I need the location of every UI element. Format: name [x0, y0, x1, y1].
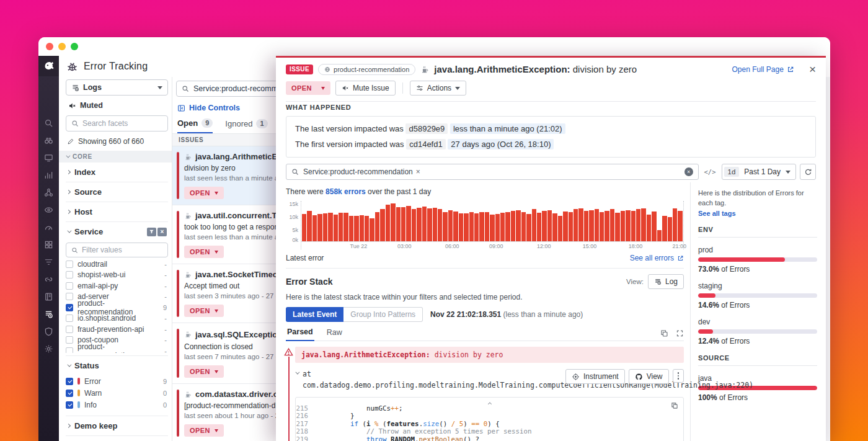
service-filter-values-input[interactable]: Filter values	[66, 243, 168, 257]
frame-location[interactable]: at com.datadog.demo.profiling.modeltrain…	[303, 369, 753, 391]
actions-button[interactable]: Actions	[410, 81, 466, 96]
checkbox[interactable]	[66, 293, 73, 300]
checkbox[interactable]	[66, 304, 73, 311]
close-window-button[interactable]	[46, 43, 53, 50]
zoom-window-button[interactable]	[71, 43, 78, 50]
issue-status-dropdown[interactable]: OPEN	[184, 305, 224, 317]
query-syntax-toggle[interactable]: </>	[704, 168, 716, 176]
open-full-page-link[interactable]: Open Full Page	[732, 65, 794, 74]
issue-status-dropdown[interactable]: OPEN	[184, 187, 224, 199]
view-log-button[interactable]: Log	[648, 274, 684, 289]
service-filter-button[interactable]	[147, 228, 156, 236]
service-option-email-api-py[interactable]: email-api-py-	[66, 280, 168, 292]
expand-icon[interactable]	[676, 329, 684, 337]
settings-icon[interactable]	[44, 344, 53, 354]
x-tick-label: 12:00	[537, 243, 551, 249]
checkbox[interactable]	[66, 314, 73, 322]
facet-index[interactable]: Index	[66, 163, 168, 182]
service-option-shopist-web-ui[interactable]: shopist-web-ui-	[66, 270, 168, 281]
issue-status-dropdown[interactable]: OPEN	[184, 246, 224, 258]
checkbox[interactable]	[66, 282, 73, 290]
latest-event-button[interactable]: Latest Event	[286, 307, 343, 322]
service-option-product-recommendation[interactable]: product-recommendation9	[66, 302, 168, 313]
copy-icon[interactable]	[660, 329, 668, 337]
integrations-icon[interactable]	[44, 275, 53, 284]
service-option-fraud-prevention-api[interactable]: fraud-prevention-api-	[66, 324, 168, 335]
chevron-down-icon[interactable]	[295, 370, 299, 375]
apm-icon[interactable]	[44, 205, 53, 215]
version-hash[interactable]: cd14efd1	[406, 139, 446, 149]
metrics-icon[interactable]	[44, 171, 53, 180]
checkbox[interactable]	[66, 336, 73, 344]
tab-open[interactable]: Open9	[177, 118, 213, 133]
facet-service[interactable]: Service ×	[66, 222, 168, 241]
tag-distribution-staging[interactable]: staging14.6% of Errors	[698, 282, 817, 310]
checkbox[interactable]	[66, 261, 73, 268]
copy-code-icon[interactable]	[671, 402, 678, 409]
modal-search-input[interactable]: Service:product-recommendation× ×	[286, 164, 699, 180]
close-icon[interactable]: ×	[809, 63, 816, 75]
service-option-product-recommendation[interactable]: product-recommendation-	[66, 345, 168, 353]
tab-raw[interactable]: Raw	[326, 328, 343, 341]
tag-distribution-prod[interactable]: prod73.0% of Errors	[698, 246, 817, 274]
infrastructure-icon[interactable]	[44, 240, 53, 249]
minimize-window-button[interactable]	[58, 43, 66, 50]
group-into-patterns-button[interactable]: Group Into Patterns	[343, 307, 423, 322]
view-source-button[interactable]: View	[629, 369, 669, 384]
see-all-errors-link[interactable]: See all errors	[630, 254, 684, 262]
error-count-link[interactable]: 858k errors	[326, 187, 366, 196]
collapse-code-icon[interactable]	[486, 398, 493, 409]
service-clear-filter-button[interactable]: ×	[157, 228, 167, 236]
issue-status-dropdown[interactable]: OPEN	[184, 424, 224, 437]
checkbox[interactable]	[66, 390, 73, 397]
datadog-logo[interactable]	[38, 56, 59, 76]
dashboards-icon[interactable]	[44, 223, 53, 232]
see-all-tags-link[interactable]: See all tags	[698, 210, 817, 217]
facet-group-core[interactable]: CORE	[59, 151, 172, 163]
time-range-select[interactable]: 1d Past 1 Day	[722, 164, 797, 180]
status-option-info[interactable]: Info0	[66, 399, 168, 411]
tag-distribution-dev[interactable]: dev12.4% of Errors	[698, 318, 817, 345]
notebooks-icon[interactable]	[44, 292, 53, 301]
source-select-value: Logs	[83, 83, 154, 92]
facet-demo-keep[interactable]: Demo keep	[66, 416, 168, 436]
security-icon[interactable]	[44, 327, 53, 336]
watchdog-icon[interactable]	[44, 136, 53, 145]
version-hash[interactable]: d58929e9	[405, 123, 448, 134]
issue-status-select[interactable]: OPEN	[286, 81, 330, 95]
frame-more-menu[interactable]	[673, 369, 684, 383]
tab-parsed[interactable]: Parsed	[286, 327, 314, 341]
version-row: The first version impacted was cd14efd1 …	[295, 137, 807, 153]
facet-status[interactable]: Status	[66, 355, 168, 375]
search-facets-input[interactable]: Search facets	[66, 115, 168, 131]
status-option-warn[interactable]: Warn0	[66, 387, 168, 399]
service-tag-pill[interactable]: product-recommendation	[318, 64, 415, 75]
checkbox[interactable]	[66, 326, 73, 333]
status-option-error[interactable]: Error9	[66, 375, 168, 387]
checkbox[interactable]	[66, 347, 73, 353]
tab-ignored[interactable]: Ignored1	[225, 119, 267, 133]
search-icon[interactable]	[44, 118, 53, 128]
logs-icon[interactable]	[44, 310, 53, 319]
muted-toggle[interactable]: Muted	[68, 101, 168, 110]
issue-status-dropdown[interactable]: OPEN	[184, 365, 224, 378]
facet-host[interactable]: Host	[66, 202, 168, 222]
search-filter-chip[interactable]: Service:product-recommendation×	[303, 167, 420, 176]
facet-env[interactable]: Env	[66, 436, 168, 441]
option-count: -	[164, 336, 168, 344]
mute-issue-button[interactable]: Mute Issue	[335, 81, 396, 96]
checkbox[interactable]	[66, 401, 73, 409]
source-select[interactable]: Logs	[66, 79, 168, 96]
clear-search-icon[interactable]: ×	[684, 167, 693, 176]
instrument-button[interactable]: Instrument	[565, 369, 625, 384]
screenboard-icon[interactable]	[44, 153, 53, 163]
remove-filter-icon[interactable]: ×	[416, 167, 420, 176]
checkbox[interactable]	[66, 271, 73, 278]
chart-plot-area[interactable]: Tue 2203:0006:0009:0012:0015:0018:0021:0…	[301, 201, 684, 249]
facet-source[interactable]: Source	[66, 182, 168, 202]
log-pipelines-icon[interactable]	[44, 257, 53, 267]
checkbox[interactable]	[66, 378, 73, 385]
refresh-button[interactable]	[800, 164, 816, 180]
service-option-cloudtrail[interactable]: cloudtrail-	[66, 259, 168, 270]
network-map-icon[interactable]	[44, 188, 53, 197]
